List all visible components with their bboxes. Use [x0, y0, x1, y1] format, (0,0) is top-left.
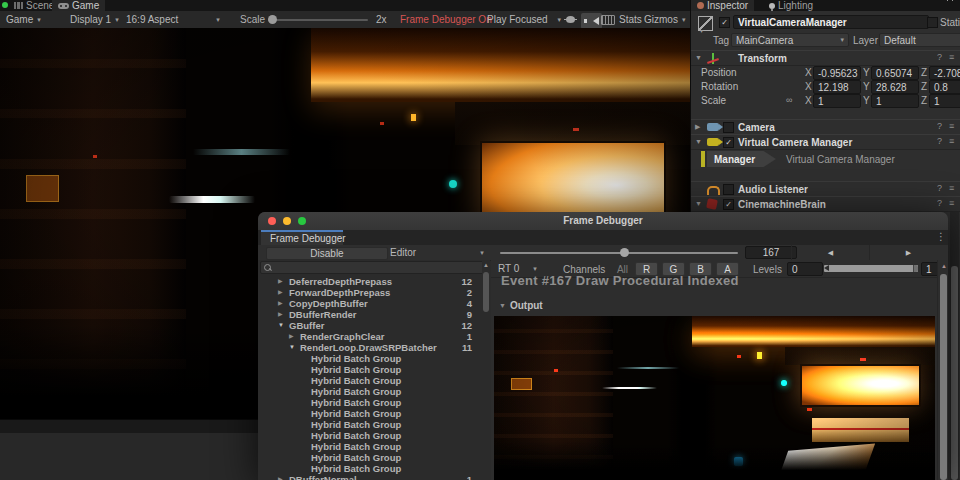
- tree-row[interactable]: ▼RenderLoop.DrawSRPBatcher11: [258, 342, 474, 353]
- tree-row[interactable]: Hybrid Batch Group: [258, 375, 474, 386]
- rotation-z-field[interactable]: 0.8: [929, 80, 960, 94]
- levels-min-field[interactable]: 0: [787, 262, 823, 276]
- preset-icon[interactable]: ≡: [949, 198, 954, 208]
- scale-y-field[interactable]: 1: [871, 94, 919, 108]
- play-focused-dropdown[interactable]: Play Focused▾: [487, 11, 561, 28]
- foldout-collapsed-icon[interactable]: ▶: [278, 287, 283, 298]
- gameobject-enabled-checkbox[interactable]: ✓: [719, 17, 730, 28]
- next-event-button[interactable]: ▶: [869, 245, 947, 260]
- vcm-enabled-checkbox[interactable]: ✓: [723, 137, 734, 148]
- search-input[interactable]: [274, 262, 482, 274]
- scale-slider[interactable]: [268, 19, 368, 21]
- gizmos-dropdown[interactable]: Gizmos▾: [644, 11, 685, 28]
- tab-frame-debugger[interactable]: Frame Debugger: [261, 230, 343, 245]
- link-icon[interactable]: ∞: [786, 95, 792, 105]
- search-field[interactable]: [260, 261, 486, 274]
- tree-row[interactable]: Hybrid Batch Group: [258, 430, 474, 441]
- scale-x-field[interactable]: 1: [813, 94, 861, 108]
- tab-game[interactable]: Game: [52, 0, 105, 11]
- tree-row[interactable]: ▶DeferredDepthPrepass12: [258, 276, 474, 287]
- audio-enabled-checkbox[interactable]: [723, 184, 734, 195]
- tree-row[interactable]: ▶DBufferRender9: [258, 309, 474, 320]
- tree-row[interactable]: ▶DBufferNormal1: [258, 474, 474, 480]
- rotation-y-field[interactable]: 28.628: [871, 80, 919, 94]
- display-dropdown[interactable]: Display 1▾: [70, 11, 119, 28]
- foldout-expanded-icon[interactable]: ▼: [289, 342, 295, 353]
- detail-scrollbar-thumb[interactable]: [940, 274, 947, 480]
- help-icon[interactable]: ?: [937, 136, 942, 146]
- stats-button[interactable]: Stats: [619, 11, 642, 28]
- tree-row[interactable]: ▶ForwardDepthPrepass2: [258, 287, 474, 298]
- frame-slider-thumb[interactable]: [620, 248, 629, 257]
- camera-header[interactable]: ▶ Camera ? ≡: [691, 119, 960, 135]
- tree-row[interactable]: Hybrid Batch Group: [258, 452, 474, 463]
- help-icon[interactable]: ?: [937, 52, 942, 62]
- target-dropdown[interactable]: Editor▾: [390, 247, 490, 258]
- audio-listener-header[interactable]: Audio Listener ? ≡: [691, 181, 960, 197]
- help-icon[interactable]: ?: [937, 121, 942, 131]
- tree-row[interactable]: ▶RenderGraphClear1: [258, 331, 474, 342]
- preset-icon[interactable]: ≡: [949, 183, 954, 193]
- tab-inspector[interactable]: Inspector: [691, 0, 754, 11]
- window-titlebar[interactable]: Frame Debugger: [258, 212, 948, 231]
- foldout-expanded-icon[interactable]: ▼: [278, 320, 284, 331]
- tab-lighting[interactable]: Lighting: [763, 0, 819, 11]
- levels-slider[interactable]: [824, 265, 918, 272]
- scale-slider-thumb[interactable]: [268, 15, 277, 24]
- tag-dropdown[interactable]: MainCamera▾: [731, 33, 849, 47]
- frame-number-field[interactable]: 167: [745, 246, 797, 259]
- frame-slider[interactable]: [500, 252, 738, 254]
- preset-icon[interactable]: ≡: [949, 121, 954, 131]
- tree-scrollbar[interactable]: ▲: [482, 260, 490, 480]
- foldout-collapsed-icon[interactable]: ▶: [278, 276, 283, 287]
- position-z-field[interactable]: -2.7085: [929, 66, 960, 80]
- inspector-scrollbar[interactable]: [950, 212, 959, 480]
- tree-row[interactable]: ▶CopyDepthBuffer4: [258, 298, 474, 309]
- disable-button[interactable]: Disable: [266, 247, 388, 260]
- foldout-collapsed-icon[interactable]: ▶: [289, 331, 294, 342]
- tree-row[interactable]: Hybrid Batch Group: [258, 441, 474, 452]
- foldout-collapsed-icon[interactable]: ▶: [278, 474, 283, 480]
- foldout-icon[interactable]: ▼: [695, 54, 702, 61]
- foldout-collapsed-icon[interactable]: ▶: [278, 298, 283, 309]
- scale-z-field[interactable]: 1: [929, 94, 960, 108]
- tree-row[interactable]: Hybrid Batch Group: [258, 353, 474, 364]
- debug-button[interactable]: [566, 11, 575, 28]
- cinemachine-brain-header[interactable]: ▼ ✓ CinemachineBrain ? ≡: [691, 196, 960, 212]
- tree-row[interactable]: Hybrid Batch Group: [258, 364, 474, 375]
- brain-enabled-checkbox[interactable]: ✓: [723, 199, 734, 210]
- keyboard-button[interactable]: [601, 11, 615, 28]
- manager-chip[interactable]: Manager: [707, 151, 776, 167]
- help-icon[interactable]: ?: [937, 183, 942, 193]
- virtual-camera-manager-header[interactable]: ▼ ✓ Virtual Camera Manager ? ≡: [691, 134, 960, 150]
- kebab-menu-icon[interactable]: ⋮: [936, 231, 946, 242]
- scroll-up-icon[interactable]: ▲: [483, 262, 489, 268]
- tree-row[interactable]: Hybrid Batch Group: [258, 386, 474, 397]
- gameobject-name-field[interactable]: VirtualCameraManager: [733, 15, 929, 29]
- tree-row[interactable]: Hybrid Batch Group: [258, 397, 474, 408]
- inspector-scrollbar-thumb[interactable]: [951, 266, 958, 480]
- scroll-up-icon[interactable]: ▲: [941, 263, 947, 269]
- position-y-field[interactable]: 0.65074: [871, 66, 919, 80]
- transform-header[interactable]: ▼ Transform ? ≡: [691, 50, 960, 66]
- tree-row[interactable]: Hybrid Batch Group: [258, 408, 474, 419]
- prev-event-button[interactable]: ◀: [791, 245, 869, 260]
- camera-enabled-checkbox[interactable]: [723, 122, 734, 133]
- layer-dropdown[interactable]: Default: [879, 33, 960, 47]
- help-icon[interactable]: ?: [937, 198, 942, 208]
- tree-row[interactable]: Hybrid Batch Group: [258, 463, 474, 474]
- rotation-x-field[interactable]: 12.198: [813, 80, 861, 94]
- preset-icon[interactable]: ≡: [949, 52, 954, 62]
- position-x-field[interactable]: -0.95623: [813, 66, 861, 80]
- tree-scrollbar-thumb[interactable]: [483, 272, 489, 312]
- tree-row[interactable]: Hybrid Batch Group: [258, 419, 474, 430]
- display-target-dropdown[interactable]: Game▾: [6, 11, 41, 28]
- foldout-icon[interactable]: ▼: [695, 138, 702, 145]
- tree-row[interactable]: ▼GBuffer12: [258, 320, 474, 331]
- chevron-down-icon[interactable]: ▾: [700, 27, 703, 34]
- output-foldout[interactable]: ▼ Output: [499, 300, 543, 311]
- preset-icon[interactable]: ≡: [949, 136, 954, 146]
- foldout-icon[interactable]: ▶: [695, 123, 700, 131]
- mute-audio-button[interactable]: [581, 13, 602, 29]
- foldout-collapsed-icon[interactable]: ▶: [278, 309, 283, 320]
